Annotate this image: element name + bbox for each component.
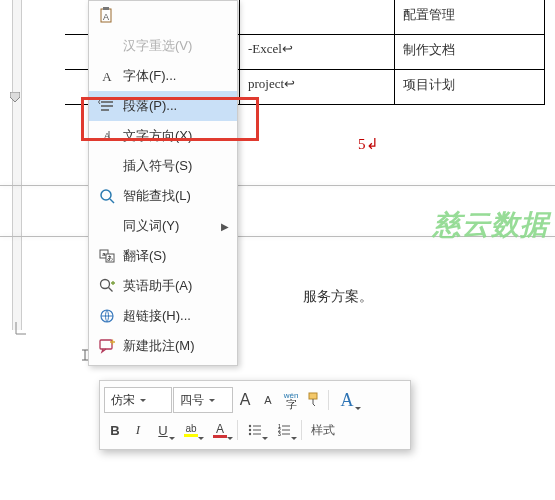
deletion-mark: 5↲ — [358, 135, 379, 153]
svg-rect-14 — [309, 393, 317, 399]
menu-item-label: 智能查找(L) — [119, 187, 231, 205]
menu-item-translate[interactable]: aあ 翻译(S) — [89, 241, 237, 271]
paragraph-icon — [95, 94, 119, 118]
font-color-button[interactable]: A — [206, 417, 234, 443]
text-highlight-button[interactable]: ab — [177, 417, 205, 443]
dropdown-icon — [206, 391, 218, 409]
table-cell: project↩ — [240, 70, 395, 104]
format-painter-button[interactable] — [303, 387, 325, 413]
smart-lookup-icon — [95, 184, 119, 208]
numbering-button[interactable]: 123 — [270, 417, 298, 443]
menu-item-label: 汉字重选(V) — [119, 37, 231, 55]
svg-point-15 — [249, 425, 251, 427]
menu-item-english-assistant[interactable]: 英语助手(A) — [89, 271, 237, 301]
underline-button[interactable]: U — [150, 417, 176, 443]
svg-point-17 — [249, 433, 251, 435]
new-comment-icon — [95, 334, 119, 358]
styles-label: 样式 — [305, 422, 339, 439]
font-name-value: 仿宋 — [111, 392, 135, 409]
font-size-combo[interactable]: 四号 — [173, 387, 233, 413]
table-cell: -Excel↩ — [240, 35, 395, 69]
table-cell: 制作文档 — [395, 35, 545, 69]
menu-item-synonyms[interactable]: 同义词(Y) ▶ — [89, 211, 237, 241]
table-cell — [240, 0, 395, 34]
format-painter-icon — [305, 391, 323, 409]
menu-item-label: 段落(P)... — [119, 97, 231, 115]
mini-toolbar: 仿宋 四号 A A wén字 A B I U ab — [99, 380, 411, 450]
svg-point-11 — [101, 280, 110, 289]
hyperlink-icon — [95, 304, 119, 328]
vertical-ruler[interactable] — [12, 0, 22, 330]
svg-text:A: A — [102, 69, 112, 84]
svg-text:3: 3 — [278, 431, 281, 437]
page-corner-mark — [14, 320, 34, 340]
document-body-text: 服务方案。 — [303, 288, 373, 306]
svg-text:あ: あ — [107, 255, 113, 262]
shrink-font-button[interactable]: A — [257, 387, 279, 413]
menu-item-text-direction[interactable]: A 文字方向(X)... — [89, 121, 237, 151]
styles-gallery-button[interactable]: A — [332, 387, 362, 413]
menu-item-label: 超链接(H)... — [119, 307, 231, 325]
menu-item-paragraph[interactable]: 段落(P)... — [89, 91, 237, 121]
phonetic-guide-button[interactable]: wén字 — [280, 387, 302, 413]
svg-rect-2 — [103, 7, 109, 10]
menu-item-label: 翻译(S) — [119, 247, 231, 265]
context-menu: A 汉字重选(V) A 字体(F)... 段落(P)... A 文字方向(X).… — [88, 0, 238, 366]
paste-text-icon: A — [95, 4, 119, 28]
menu-item-label: 文字方向(X)... — [119, 127, 231, 145]
menu-item-reconvert: 汉字重选(V) — [89, 31, 237, 61]
menu-item-insert-symbol[interactable]: 插入符号(S) — [89, 151, 237, 181]
dropdown-icon — [137, 391, 149, 409]
menu-item-label: 插入符号(S) — [119, 157, 231, 175]
numbering-icon: 123 — [276, 422, 292, 438]
menu-item-paste-text-only[interactable]: A — [89, 1, 237, 31]
grow-font-button[interactable]: A — [234, 387, 256, 413]
menu-item-font[interactable]: A 字体(F)... — [89, 61, 237, 91]
svg-text:A: A — [103, 12, 109, 22]
menu-item-new-comment[interactable]: 新建批注(M) — [89, 331, 237, 361]
font-a-icon: A — [95, 64, 119, 88]
menu-item-label: 新建批注(M) — [119, 337, 231, 355]
bullets-icon — [247, 422, 263, 438]
table-cell: 项目计划 — [395, 70, 545, 104]
menu-item-label: 字体(F)... — [119, 67, 231, 85]
table-cell: 配置管理 — [395, 0, 545, 34]
svg-point-6 — [101, 190, 111, 200]
submenu-arrow-icon: ▶ — [221, 221, 231, 232]
menu-item-label: 同义词(Y) — [119, 217, 221, 235]
translate-icon: aあ — [95, 244, 119, 268]
text-direction-icon: A — [95, 124, 119, 148]
menu-item-hyperlink[interactable]: 超链接(H)... — [89, 301, 237, 331]
english-assistant-icon — [95, 274, 119, 298]
svg-marker-0 — [10, 92, 20, 102]
menu-item-label: 英语助手(A) — [119, 277, 231, 295]
svg-point-16 — [249, 429, 251, 431]
font-name-combo[interactable]: 仿宋 — [104, 387, 172, 413]
font-size-value: 四号 — [180, 392, 204, 409]
menu-item-smart-lookup[interactable]: 智能查找(L) — [89, 181, 237, 211]
bullets-button[interactable] — [241, 417, 269, 443]
watermark-text: 慈云数据 — [433, 206, 549, 244]
styles-a-icon: A — [341, 390, 354, 411]
bold-button[interactable]: B — [104, 417, 126, 443]
italic-button[interactable]: I — [127, 417, 149, 443]
